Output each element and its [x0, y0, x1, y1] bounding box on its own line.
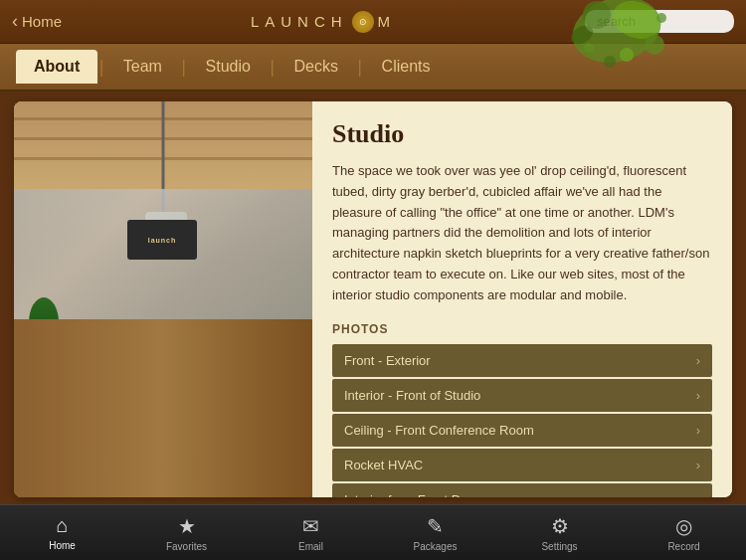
- logo-text-right: M: [378, 13, 397, 30]
- right-content-panel: Studio The space we took over was yee ol…: [312, 101, 732, 497]
- photo-row-0[interactable]: Front - Exterior ›: [332, 344, 712, 377]
- back-button[interactable]: ‹ Home: [12, 11, 62, 32]
- toolbar-packages-label: Packages: [414, 541, 458, 552]
- tab-decks[interactable]: Decks: [277, 50, 356, 84]
- logo-icon: ⊙: [352, 11, 374, 33]
- photo-chevron-3: ›: [696, 458, 700, 472]
- content-body: launch Studio The space we took over was…: [14, 101, 732, 497]
- record-icon: ◎: [675, 514, 692, 538]
- toolbar-email-label: Email: [298, 541, 323, 552]
- toolbar-packages[interactable]: ✎ Packages: [373, 514, 497, 552]
- logo-text-left: LAUNCH: [251, 13, 348, 30]
- toolbar-record-label: Record: [667, 541, 699, 552]
- tab-divider-1: |: [97, 57, 105, 78]
- photo-label-1: Interior - Front of Studio: [344, 388, 480, 403]
- star-icon: ★: [178, 514, 196, 538]
- tab-studio[interactable]: Studio: [188, 50, 269, 84]
- back-chevron-icon: ‹: [12, 11, 18, 32]
- tab-team[interactable]: Team: [105, 50, 180, 84]
- photo-chevron-1: ›: [696, 388, 700, 403]
- photos-list: Front - Exterior › Interior - Front of S…: [332, 344, 712, 497]
- photo-row-2[interactable]: Ceiling - Front Conference Room ›: [332, 414, 712, 447]
- photo-label-2: Ceiling - Front Conference Room: [344, 423, 534, 438]
- tab-divider-4: |: [356, 57, 364, 78]
- tab-clients[interactable]: Clients: [364, 50, 449, 84]
- toolbar-email[interactable]: ✉ Email: [249, 514, 373, 552]
- home-icon: ⌂: [56, 514, 68, 537]
- section-description: The space we took over was yee ol' drop …: [332, 161, 712, 306]
- photo-chevron-4: ›: [696, 492, 700, 497]
- section-title: Studio: [332, 119, 712, 149]
- top-bar: ‹ Home LAUNCH ⊙ M: [0, 0, 746, 44]
- email-icon: ✉: [302, 514, 319, 538]
- nav-tabs: About | Team | Studio | Decks | Clients: [0, 44, 746, 92]
- main-content-card: launch Studio The space we took over was…: [14, 101, 732, 497]
- toolbar-settings[interactable]: ⚙ Settings: [497, 514, 622, 552]
- photo-row-1[interactable]: Interior - Front of Studio ›: [332, 379, 712, 412]
- photo-label-4: Interior from Front Door: [344, 492, 479, 497]
- photo-row-3[interactable]: Rocket HVAC ›: [332, 449, 712, 481]
- toolbar-favorites-label: Favorites: [166, 541, 207, 552]
- toolbar-home-label: Home: [49, 540, 76, 551]
- back-label: Home: [22, 13, 62, 30]
- photo-chevron-0: ›: [696, 353, 700, 368]
- settings-icon: ⚙: [551, 514, 569, 538]
- logo: LAUNCH ⊙ M: [251, 11, 396, 33]
- photo-row-4[interactable]: Interior from Front Door ›: [332, 483, 712, 497]
- toolbar-home[interactable]: ⌂ Home: [0, 514, 124, 551]
- photo-label-3: Rocket HVAC: [344, 458, 423, 472]
- photos-label: PHOTOS: [332, 322, 712, 336]
- toolbar-record[interactable]: ◎ Record: [622, 514, 746, 552]
- tab-about[interactable]: About: [16, 50, 97, 84]
- search-input[interactable]: [585, 10, 734, 33]
- photo-chevron-2: ›: [696, 423, 700, 438]
- bottom-toolbar: ⌂ Home ★ Favorites ✉ Email ✎ Packages ⚙ …: [0, 504, 746, 560]
- packages-icon: ✎: [427, 514, 444, 538]
- toolbar-settings-label: Settings: [541, 541, 577, 552]
- toolbar-favorites[interactable]: ★ Favorites: [124, 514, 249, 552]
- studio-image-area: launch: [14, 101, 312, 497]
- studio-photo: launch: [14, 101, 312, 497]
- tab-divider-2: |: [180, 57, 188, 78]
- photo-label-0: Front - Exterior: [344, 353, 431, 368]
- tab-divider-3: |: [269, 57, 277, 78]
